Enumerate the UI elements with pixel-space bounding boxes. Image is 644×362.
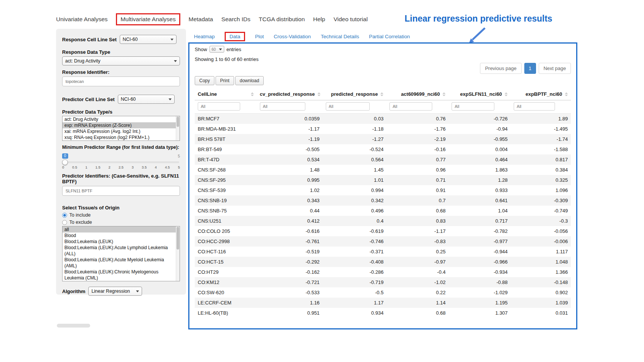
filter-input-expbptf-nci60[interactable] — [514, 102, 555, 111]
filter-input-predicted-response[interactable] — [326, 102, 370, 111]
radio-checked-icon — [62, 213, 67, 218]
column-header-expslfn11-nci60[interactable]: expSLFN11_nci60 — [449, 88, 511, 100]
value-cell: -0.761 — [257, 236, 323, 247]
response-identifier-input[interactable] — [62, 76, 180, 86]
tab-plot[interactable]: Plot — [255, 34, 264, 39]
value-cell: 0.03 — [323, 114, 387, 124]
tab-cross-validation[interactable]: Cross-Validation — [274, 34, 311, 39]
tab-data[interactable]: Data — [225, 32, 245, 41]
copy-button[interactable]: Copy — [195, 76, 214, 85]
cellline-cell: CO:KM12 — [195, 277, 257, 287]
previous-page-button[interactable]: Previous page — [480, 63, 521, 74]
scrollbar[interactable] — [176, 226, 180, 281]
print-button[interactable]: Print — [216, 76, 234, 85]
value-cell: 1.14 — [386, 298, 449, 308]
value-cell: 0.68 — [386, 206, 449, 216]
slider-handle[interactable] — [62, 159, 68, 165]
value-cell: -0.934 — [449, 267, 511, 277]
slider-tick: 4.5 — [165, 165, 170, 169]
column-header-cv-predicted-response[interactable]: cv_predicted_response — [257, 88, 323, 100]
nav-metadata[interactable]: Metadata — [189, 16, 213, 23]
list-option[interactable]: Blood:Leukemia (LEUK) — [63, 239, 180, 245]
table-row: CO:HCC-2998-0.761-0.746-0.83-0.977-0.006 — [195, 236, 571, 247]
tab-heatmap[interactable]: Heatmap — [194, 34, 215, 39]
list-option[interactable]: Blood — [63, 232, 180, 239]
tab-partial-correlation[interactable]: Partial Correlation — [369, 34, 410, 39]
value-cell: 0.933 — [449, 185, 511, 195]
slider-tick: 2.5 — [119, 165, 123, 169]
next-page-button[interactable]: Next page — [539, 63, 571, 74]
list-option[interactable]: Blood:Leukemia (LEUK):Chronic Myelogenou… — [63, 269, 180, 281]
slider-track[interactable] — [63, 161, 179, 163]
nav-tcga-distribution[interactable]: TCGA distribution — [259, 16, 305, 23]
nav-multivariate-analyses[interactable]: Multivariate Analyses — [116, 13, 180, 25]
list-option[interactable]: xsq: RNA-seq Expression (log2 FPKM+1.) — [63, 134, 180, 140]
sort-icon[interactable] — [251, 92, 254, 96]
predictor-identifiers-label: Predictor Identifiers: (Case-Sensitive, … — [62, 173, 180, 184]
tab-technical-details[interactable]: Technical Details — [321, 34, 359, 39]
sort-icon[interactable] — [317, 92, 320, 96]
annotation-title: Linear regression predictive results — [405, 14, 552, 24]
list-option-selected[interactable]: exp: mRNA Expression (Z-Score) — [63, 122, 180, 128]
value-cell: 0.343 — [257, 195, 323, 206]
value-cell: -0.292 — [257, 257, 323, 267]
cellline-cell: CNS:SF-295 — [195, 175, 257, 185]
value-cell: -0.4 — [386, 267, 449, 277]
scrollbar-thumb[interactable] — [177, 227, 179, 250]
tissue-exclude-radio[interactable]: To exclude — [62, 220, 180, 225]
list-option-selected[interactable]: all — [63, 226, 180, 232]
value-cell: -0.16 — [386, 144, 449, 154]
page-1-button[interactable]: 1 — [524, 63, 536, 74]
list-option[interactable]: xai: mRNA Expression (Avg. log2 Int.) — [63, 128, 180, 134]
value-cell: 1.16 — [257, 298, 323, 308]
filter-input-act609699-nci60[interactable] — [389, 102, 432, 111]
tissue-include-radio[interactable]: To include — [62, 212, 180, 218]
list-option[interactable]: Blood:Leukemia (LEUK):Acute Lymphoid Leu… — [63, 245, 180, 257]
download-button[interactable]: download — [235, 76, 264, 85]
cellline-cell: BR:MCF7 — [195, 114, 257, 124]
scrollbar[interactable] — [176, 116, 180, 140]
value-cell: -0.524 — [323, 144, 387, 154]
nav-help[interactable]: Help — [313, 16, 325, 23]
column-label: cv_predicted_response — [260, 91, 315, 97]
filter-input-cellline[interactable] — [198, 102, 240, 111]
sort-icon[interactable] — [505, 92, 508, 96]
list-option[interactable]: act: Drug Activity — [63, 116, 180, 122]
value-cell: 0.91 — [386, 185, 449, 195]
list-option[interactable]: Blood:Leukemia (LEUK):Acute Myeloid Leuk… — [63, 257, 180, 269]
slider-tick: 0.5 — [72, 165, 77, 169]
slider-value-badge: 0 — [62, 153, 68, 159]
show-entries-select[interactable]: 60 — [209, 46, 224, 53]
column-header-act609699-nci60[interactable]: act609699_nci60 — [386, 88, 449, 100]
value-cell: -2.19 — [386, 134, 449, 144]
column-label: CellLine — [198, 91, 248, 97]
value-cell: 1.48 — [257, 165, 323, 175]
slider-tick: 1.5 — [95, 165, 100, 169]
nav-search-ids[interactable]: Search IDs — [221, 16, 250, 23]
filter-input-expslfn11-nci60[interactable] — [452, 102, 494, 111]
slider-tick: 4 — [155, 165, 157, 169]
sort-icon[interactable] — [565, 92, 568, 96]
predictor-cell-line-set-select[interactable]: NCI-60 — [118, 95, 175, 104]
filter-input-cv-predicted-response[interactable] — [260, 102, 305, 111]
nav-univariate-analyses[interactable]: Univariate Analyses — [56, 16, 108, 23]
column-header-cellline[interactable]: CellLine — [195, 88, 257, 100]
scrollbar-thumb[interactable] — [177, 117, 179, 127]
algorithm-select[interactable]: Linear Regression — [88, 287, 142, 296]
response-cell-line-set-row: Response Cell Line Set NCI-60 — [62, 35, 180, 44]
sort-icon[interactable] — [380, 92, 383, 96]
min-predictor-range-slider[interactable]: 0 5 0 0.5 1 1.5 2 2.5 3 3.5 4 4.5 5 — [62, 153, 180, 170]
value-cell: -0.88 — [449, 277, 511, 287]
tissue-listbox: all Blood Blood:Leukemia (LEUK) Blood:Le… — [62, 226, 180, 281]
nav-video-tutorial[interactable]: Video tutorial — [333, 16, 367, 23]
column-header-expbptf-nci60[interactable]: expBPTF_nci60 — [511, 88, 571, 100]
response-cell-line-set-select[interactable]: NCI-60 — [120, 35, 177, 44]
response-data-type-select[interactable]: act: Drug Activity — [62, 56, 180, 66]
value-cell: -0.721 — [257, 277, 323, 287]
sort-icon[interactable] — [442, 92, 445, 96]
column-header-predicted-response[interactable]: predicted_response — [323, 88, 387, 100]
chevron-down-icon — [174, 60, 177, 62]
value-cell: 1.195 — [449, 298, 511, 308]
predictor-identifiers-input[interactable] — [62, 186, 180, 196]
value-cell: 0.951 — [257, 308, 323, 318]
